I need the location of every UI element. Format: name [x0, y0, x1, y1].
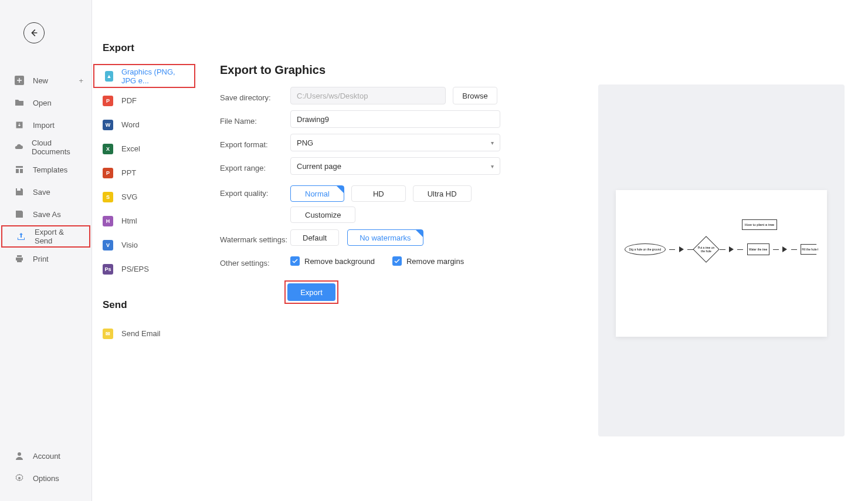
export-visio[interactable]: VVisio	[92, 233, 196, 257]
nav-label: Options	[33, 474, 59, 483]
watermark-none[interactable]: No watermarks	[347, 229, 423, 246]
save-as-icon	[14, 209, 25, 219]
file-name-input[interactable]	[290, 110, 500, 128]
add-icon[interactable]: +	[79, 76, 83, 85]
sidebar-export: Export ▲Graphics (PNG, JPG e... PPDF WWo…	[92, 0, 196, 501]
import-icon	[14, 120, 25, 130]
save-dir-input[interactable]	[290, 87, 446, 104]
word-file-icon: W	[103, 120, 113, 130]
row-file-name: File Name:	[220, 110, 525, 128]
svg-point-20	[18, 452, 21, 456]
export-item-label: SVG	[121, 192, 137, 201]
check-icon	[290, 256, 300, 266]
send-list: ✉Send Email	[92, 321, 196, 346]
preview-step4: Fill the hole	[801, 244, 818, 255]
export-heading: Export	[103, 42, 134, 54]
send-heading: Send	[103, 299, 127, 311]
export-ppt[interactable]: PPPT	[92, 161, 196, 185]
export-word[interactable]: WWord	[92, 113, 196, 137]
nav-label: Import	[33, 121, 55, 130]
export-pdf[interactable]: PPDF	[92, 89, 196, 113]
label-format: Export format:	[220, 137, 290, 149]
user-icon	[14, 451, 25, 461]
nav-open[interactable]: Open	[0, 92, 91, 114]
cloud-icon	[14, 142, 23, 153]
sidebar-primary: New+ Open Import Cloud Documents Templat…	[0, 0, 92, 501]
export-item-label: Html	[121, 216, 137, 225]
template-icon	[14, 164, 25, 175]
export-ps[interactable]: PsPS/EPS	[92, 257, 196, 281]
label-quality: Export quality:	[220, 185, 290, 198]
label-range: Export range:	[220, 160, 290, 172]
export-button[interactable]: Export	[287, 283, 335, 301]
html-file-icon: H	[103, 216, 113, 226]
quality-normal[interactable]: Normal	[290, 185, 344, 202]
nav-label: Cloud Documents	[32, 138, 83, 156]
mail-icon: ✉	[103, 329, 113, 339]
export-html[interactable]: HHtml	[92, 209, 196, 233]
nav-label: Print	[33, 255, 49, 263]
nav-save[interactable]: Save	[0, 181, 91, 203]
watermark-group: Default No watermarks	[290, 229, 423, 246]
excel-file-icon: X	[103, 144, 113, 154]
export-item-label: Excel	[121, 144, 140, 153]
preview-title-box: How to plant a tree	[742, 219, 777, 230]
watermark-default[interactable]: Default	[290, 229, 339, 246]
ppt-file-icon: P	[103, 168, 113, 178]
label-save-dir: Save directory:	[220, 90, 290, 102]
svg-rect-17	[16, 166, 23, 168]
send-email[interactable]: ✉Send Email	[92, 321, 196, 346]
nav-bottom: Account Options	[0, 445, 91, 489]
gear-icon	[14, 473, 25, 483]
check-label: Remove margins	[406, 257, 464, 266]
row-watermark: Watermark settings: Default No watermark…	[220, 229, 525, 246]
pdf-file-icon: P	[103, 96, 113, 106]
export-item-label: PS/EPS	[121, 265, 149, 273]
nav-list: New+ Open Import Cloud Documents Templat…	[0, 69, 91, 270]
checkbox-remove-bg[interactable]: Remove background	[290, 256, 375, 266]
folder-icon	[14, 97, 25, 108]
save-icon	[14, 187, 25, 197]
nav-export-send[interactable]: Export & Send	[1, 225, 90, 248]
nav-new[interactable]: New+	[0, 69, 91, 92]
checkbox-remove-margins[interactable]: Remove margins	[392, 256, 464, 266]
nav-label: Account	[33, 452, 60, 461]
export-item-label: PPT	[121, 168, 136, 177]
export-svg[interactable]: SSVG	[92, 185, 196, 209]
nav-account[interactable]: Account	[0, 445, 91, 467]
quality-hd[interactable]: HD	[351, 185, 406, 202]
quality-ultrahd[interactable]: Ultra HD	[413, 185, 472, 202]
format-select[interactable]: PNG	[290, 134, 500, 151]
preview-flow: Dig a hole on the ground Put a tree on t…	[625, 240, 818, 259]
svg-point-21	[18, 477, 21, 479]
nav-import[interactable]: Import	[0, 114, 91, 136]
nav-save-as[interactable]: Save As	[0, 203, 91, 225]
export-item-label: Graphics (PNG, JPG e...	[121, 67, 186, 85]
nav-label: Export & Send	[35, 228, 81, 245]
row-format: Export format: PNG	[220, 134, 525, 151]
nav-templates[interactable]: Templates	[0, 158, 91, 181]
customize-button[interactable]: Customize	[290, 207, 355, 223]
nav-options[interactable]: Options	[0, 467, 91, 489]
triangle-icon	[679, 246, 684, 252]
browse-button[interactable]: Browse	[453, 87, 497, 104]
nav-print[interactable]: Print	[0, 248, 91, 270]
triangle-icon	[729, 246, 734, 252]
export-excel[interactable]: XExcel	[92, 137, 196, 161]
nav-label: Save As	[33, 210, 61, 219]
row-quality: Export quality: Normal HD Ultra HD Custo…	[220, 185, 525, 223]
image-file-icon: ▲	[105, 71, 113, 82]
check-label: Remove background	[304, 257, 375, 266]
range-select[interactable]: Current page	[290, 157, 500, 175]
nav-label: New	[33, 76, 48, 85]
quality-group: Normal HD Ultra HD	[290, 185, 525, 202]
ps-file-icon: Ps	[103, 264, 113, 275]
nav-cloud[interactable]: Cloud Documents	[0, 136, 91, 158]
preview-step1: Dig a hole on the ground	[625, 243, 666, 255]
nav-label: Save	[33, 188, 50, 197]
preview-step2: Put a tree on the hole	[693, 236, 720, 262]
back-button[interactable]	[23, 22, 45, 43]
export-item-label: Word	[121, 120, 140, 129]
export-graphics[interactable]: ▲Graphics (PNG, JPG e...	[93, 64, 195, 88]
row-other: Other settings: Remove background Remove…	[220, 252, 525, 270]
